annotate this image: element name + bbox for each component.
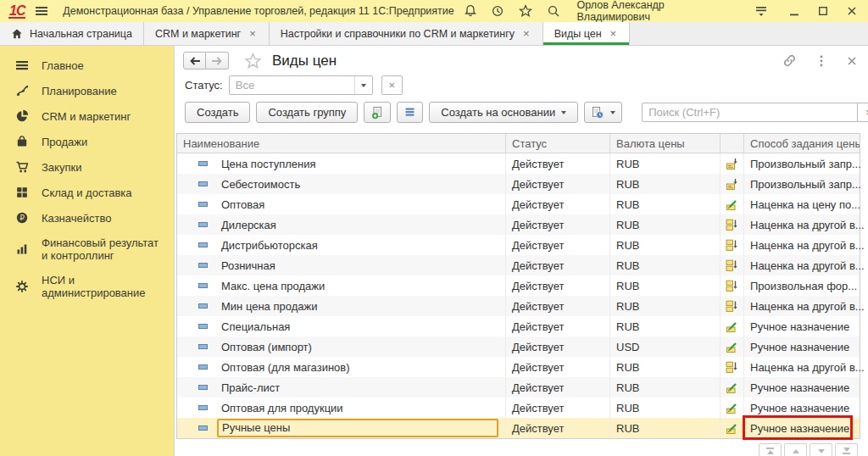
tab-home[interactable]: Начальная страница [0,22,144,45]
markup-icon [726,259,738,272]
global-search-icon[interactable] [546,3,561,19]
forward-button[interactable] [206,52,229,70]
name-cell[interactable]: Оптовая для продукции [177,398,506,418]
table-row[interactable]: ОптоваяДействуетRUBНаценка на цену по... [177,194,860,214]
sidebar-item-5[interactable]: Склад и доставка [0,180,174,205]
table-row[interactable]: Прайс-листДействуетRUBРучное назначение [177,377,860,398]
history-icon[interactable] [490,3,505,19]
list-settings-button[interactable] [397,102,423,123]
search-input[interactable] [642,103,858,122]
dash-marker-icon [198,202,208,207]
name-cell[interactable]: Оптовая [177,194,506,214]
table-row[interactable]: Мин цена продажиДействуетRUBНаценка на д… [177,296,860,316]
method-text: Произвольный запр... [750,178,861,191]
status-filter-clear-button[interactable]: × [381,75,403,95]
table-row[interactable]: РозничнаяДействуетRUBНаценка на другой в… [177,255,860,275]
notifications-bell-icon[interactable] [463,3,478,19]
table-row[interactable]: Оптовая для продукцииДействуетRUBРучное … [177,398,860,418]
column-header-2[interactable]: Валюта цены [610,134,721,153]
search-clear-button[interactable]: × [858,103,868,122]
status-cell: Действует [506,418,610,438]
tab-close-icon[interactable]: × [248,27,258,40]
column-header-4[interactable]: Способ задания цены [744,134,860,153]
minimize-button[interactable] [787,3,802,19]
sidebar-item-3[interactable]: Продажи [0,129,174,154]
table-row[interactable]: Макс. цена продажиДействуетRUBПроизвольн… [177,275,860,296]
get-link-icon[interactable] [782,53,797,68]
table-row[interactable]: СебестоимостьДействуетRUBПроизвольный за… [177,174,860,194]
dash-marker-icon [198,181,208,186]
table-row[interactable]: Цена поступленияДействуетRUBПроизвольный… [177,153,860,174]
method-icon-cell [721,357,744,377]
table-row[interactable]: СпециальнаяДействуетRUBРучное назначение [177,316,860,336]
table-row[interactable]: ДистрибьюторскаяДействуетRUBНаценка на д… [177,235,860,255]
status-cell: Действует [506,174,610,194]
favorites-star-icon[interactable] [518,3,533,19]
name-cell[interactable]: Дилерская [177,214,506,235]
name-cell[interactable]: Мин цена продажи [177,296,506,316]
tab-close-icon[interactable]: × [609,27,619,40]
back-button[interactable] [183,52,206,70]
go-first-row-button[interactable] [759,443,782,456]
name-cell[interactable]: Ручные цены [177,418,506,438]
table-row[interactable]: Оптовая (для магазинов)ДействуетRUBНацен… [177,357,860,377]
sidebar-item-8[interactable]: НСИ и администрирование [0,268,174,305]
close-form-icon[interactable] [846,55,858,67]
table-body: Цена поступленияДействуетRUBПроизвольный… [177,153,860,438]
create-based-on-button[interactable]: Создать на основании [429,102,578,123]
copy-item-button[interactable] [364,102,391,123]
name-cell[interactable]: Розничная [177,255,506,275]
report-dropdown-button[interactable] [584,102,622,123]
maximize-button[interactable] [815,3,831,19]
status-filter-dropdown-icon[interactable] [354,76,372,94]
name-cell[interactable]: Оптовая (импорт) [177,336,506,357]
close-window-button[interactable] [844,3,860,19]
tab-document-1[interactable]: CRM и маркетинг× [144,22,270,45]
column-header-1[interactable]: Статус [506,134,610,153]
currency-cell: USD [610,336,721,357]
name-cell[interactable]: Специальная [177,316,506,336]
column-header-3[interactable] [721,134,744,153]
go-previous-row-button[interactable] [784,443,807,456]
table-row[interactable]: ДилерскаяДействуетRUBНаценка на другой в… [177,214,860,235]
create-group-button[interactable]: Создать группу [256,102,358,123]
go-last-row-button[interactable] [835,443,858,456]
tab-close-icon[interactable]: × [521,27,531,40]
name-cell[interactable]: Оптовая (для магазинов) [177,357,506,377]
create-button[interactable]: Создать [185,102,250,123]
status-filter-combobox[interactable]: Все [229,75,373,95]
name-cell[interactable]: Себестоимость [177,174,506,194]
sidebar-item-label: Закупки [42,161,81,174]
sidebar-item-7[interactable]: Финансовый результат и контроллинг [0,231,174,268]
sidebar-item-label: Склад и доставка [42,186,132,199]
sidebar-item-6[interactable]: ₽Казначейство [0,205,174,231]
tab-document-2[interactable]: Настройки и справочники по CRM и маркети… [270,22,543,45]
table-row[interactable]: Ручные ценыДействуетRUBРучное назначение [177,418,860,438]
sidebar-item-2[interactable]: CRM и маркетинг [0,103,174,129]
add-to-favorites-star-icon[interactable] [244,53,262,70]
table-row[interactable]: Оптовая (импорт)ДействуетUSDРучное назна… [177,336,860,357]
dash-marker-icon [198,161,208,166]
more-kebab-icon[interactable] [815,54,827,68]
name-cell[interactable]: Цена поступления [177,153,506,174]
name-cell[interactable]: Дистрибьюторская [177,235,506,255]
method-cell: Наценка на другой в... [744,255,868,275]
price-type-name: Макс. цена продажи [217,278,329,294]
main-menu-hamburger-icon[interactable] [34,3,49,19]
method-text: Ручное назначение [750,320,849,333]
column-header-0[interactable]: Наименование [177,134,506,153]
sidebar-item-4[interactable]: Закупки [0,154,174,180]
tab-document-3[interactable]: Виды цен× [543,22,631,45]
sidebar-item-1[interactable]: Планирование [0,78,174,103]
currency-cell: RUB [610,316,721,336]
manual-price-icon [726,198,738,211]
name-cell[interactable]: Прайс-лист [177,377,506,398]
current-user[interactable]: Орлов Александр Владимирович [577,0,738,23]
sections-panel: ГлавноеПланированиеCRM и маркетингПродаж… [0,46,174,456]
sidebar-item-0[interactable]: Главное [0,53,174,78]
sidebar-item-label: Финансовый результат и контроллинг [42,236,167,262]
list-toolbar: Создать Создать группу Создать на основа… [175,100,868,130]
go-next-row-button[interactable] [810,443,832,456]
name-cell[interactable]: Макс. цена продажи [177,275,506,296]
service-menu-icon[interactable] [754,3,769,19]
